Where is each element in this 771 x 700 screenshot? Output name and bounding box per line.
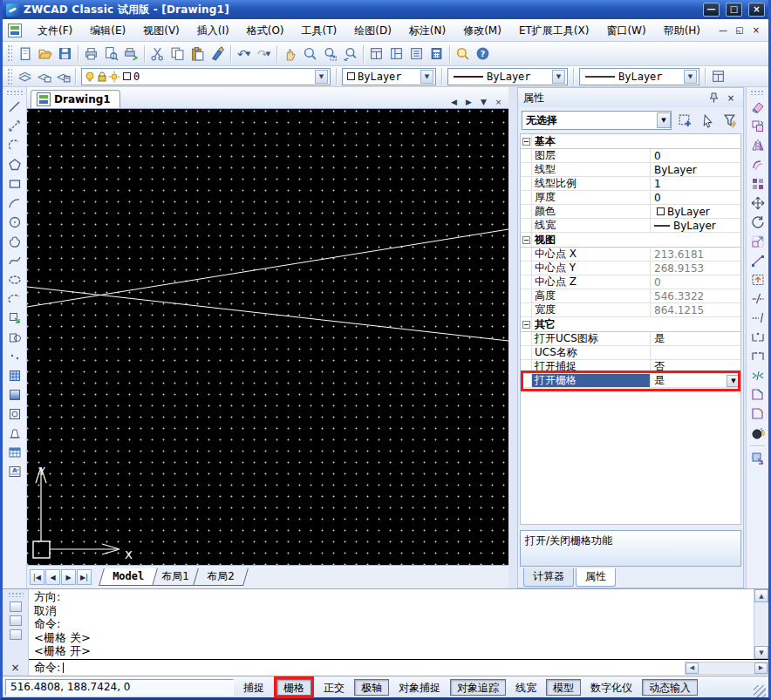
- lengthen-button[interactable]: [748, 270, 768, 289]
- print-preview-button[interactable]: [101, 44, 121, 64]
- menu-window[interactable]: 窗口(W): [597, 21, 654, 40]
- property-row-ucs-name[interactable]: UCS名称: [521, 346, 740, 360]
- chamfer-button[interactable]: [748, 385, 768, 404]
- collapse-icon[interactable]: [522, 321, 530, 329]
- cut-button[interactable]: [147, 44, 167, 64]
- scroll-right-icon[interactable]: ▶: [754, 663, 768, 674]
- extend-button[interactable]: [748, 309, 768, 328]
- status-toggle-tablet[interactable]: 数字化仪: [583, 679, 639, 696]
- property-row-height[interactable]: 高度546.3322: [521, 289, 740, 303]
- scroll-down-icon[interactable]: ▼: [754, 646, 768, 659]
- tab-scroll-right-icon[interactable]: ▶: [462, 95, 475, 108]
- layer-combo[interactable]: 0 ▼: [81, 68, 331, 85]
- ellipse-arc-button[interactable]: [5, 289, 24, 309]
- scroll-left-icon[interactable]: ◀: [686, 663, 699, 674]
- property-row-lineweight[interactable]: 线宽ByLayer: [521, 219, 740, 233]
- layout-first-button[interactable]: |◀: [30, 569, 44, 585]
- insert-block-button[interactable]: [5, 309, 24, 328]
- selection-combo[interactable]: 无选择 ▼: [522, 111, 672, 130]
- break-button[interactable]: [748, 347, 768, 366]
- mdi-restore-button[interactable]: ◱: [733, 24, 747, 37]
- property-group-misc[interactable]: 其它: [521, 317, 740, 332]
- command-dock-icon-1[interactable]: [10, 601, 22, 612]
- scroll-track[interactable]: [699, 663, 754, 674]
- layout-prev-button[interactable]: ◀: [45, 569, 60, 585]
- command-close-icon[interactable]: ×: [10, 663, 19, 673]
- layer-previous-button[interactable]: [34, 68, 53, 85]
- save-button[interactable]: [55, 44, 75, 64]
- menu-help[interactable]: 帮助(H): [655, 21, 709, 40]
- property-row-linetype-scale[interactable]: 线型比例1: [521, 177, 740, 191]
- color-combo[interactable]: ByLayer ▼: [342, 68, 436, 85]
- panel-close-icon[interactable]: ×: [724, 92, 738, 105]
- redo-button[interactable]: ↷▼: [254, 44, 274, 64]
- document-tab-drawing1[interactable]: Drawing1: [31, 90, 120, 108]
- match-properties-button[interactable]: [208, 44, 228, 64]
- print-button[interactable]: [81, 44, 101, 64]
- status-toggle-model[interactable]: 模型: [546, 679, 581, 696]
- zoom-previous-button[interactable]: [340, 44, 360, 64]
- menu-draw[interactable]: 绘图(D): [345, 21, 400, 40]
- properties-palette-button[interactable]: [366, 44, 386, 64]
- status-toggle-dynamic-input[interactable]: 动态输入: [642, 679, 698, 696]
- status-toggle-otrack[interactable]: 对象追踪: [450, 679, 506, 696]
- toolbar-gripper[interactable]: [7, 44, 12, 64]
- tab-close-icon[interactable]: ×: [492, 95, 505, 108]
- selection-combo-arrow[interactable]: ▼: [657, 112, 671, 128]
- status-toggle-lineweight[interactable]: 线宽: [508, 679, 543, 696]
- calculator-button[interactable]: [426, 44, 447, 64]
- circle-button[interactable]: [5, 213, 24, 232]
- tab-scroll-left-icon[interactable]: ◀: [447, 95, 461, 108]
- line-button[interactable]: [5, 98, 24, 117]
- properties-toggle-button[interactable]: [708, 68, 727, 85]
- property-row-grid-on[interactable]: 打开栅格是▼: [521, 374, 740, 388]
- ellipse-button[interactable]: [5, 270, 24, 289]
- property-row-thickness[interactable]: 厚度0: [521, 191, 740, 205]
- move-button[interactable]: [748, 194, 768, 213]
- polyline-button[interactable]: [5, 136, 24, 155]
- pin-icon[interactable]: [706, 92, 720, 105]
- layer-states-button[interactable]: [53, 68, 72, 85]
- edit-polyline-button[interactable]: [748, 449, 768, 468]
- revision-cloud-button[interactable]: [5, 232, 24, 251]
- property-row-color[interactable]: 颜色ByLayer: [521, 205, 740, 219]
- tab-list-icon[interactable]: ▼: [477, 95, 490, 108]
- wipeout-button[interactable]: [5, 424, 24, 443]
- linetype-combo[interactable]: ByLayer ▼: [447, 68, 568, 85]
- command-horizontal-scrollbar[interactable]: ◀ ▶: [685, 662, 768, 675]
- polygon-button[interactable]: [5, 155, 24, 174]
- toolbar-gripper[interactable]: [750, 90, 766, 95]
- collapse-icon[interactable]: [522, 138, 530, 146]
- toolbar-gripper[interactable]: [6, 90, 23, 95]
- property-row-width[interactable]: 宽度864.1215: [521, 303, 740, 317]
- construction-line-button[interactable]: [5, 117, 24, 136]
- property-row-center-z[interactable]: 中心点 Z0: [521, 275, 740, 289]
- mdi-minimize-button[interactable]: —: [716, 24, 730, 37]
- command-prompt[interactable]: 命令:: [34, 660, 60, 676]
- plot-button[interactable]: [121, 44, 141, 64]
- undo-button[interactable]: ↶▼: [234, 44, 254, 64]
- paste-button[interactable]: [188, 44, 208, 64]
- lineweight-combo-arrow[interactable]: ▼: [684, 70, 697, 84]
- explode-button[interactable]: [748, 424, 768, 443]
- new-button[interactable]: [15, 44, 35, 64]
- undo-dropdown-icon[interactable]: ▼: [246, 51, 250, 58]
- toggle-pickadd-button[interactable]: [720, 112, 740, 130]
- redo-dropdown-icon[interactable]: ▼: [266, 51, 270, 58]
- mdi-close-button[interactable]: ×: [749, 24, 763, 37]
- tab-calculator[interactable]: 计算器: [523, 568, 574, 587]
- break-at-point-button[interactable]: [748, 328, 768, 347]
- point-button[interactable]: [5, 347, 24, 366]
- layer-combo-arrow[interactable]: ▼: [315, 70, 328, 84]
- command-gripper[interactable]: [8, 592, 24, 597]
- status-toggle-snap[interactable]: 捕捉: [236, 679, 271, 696]
- erase-button[interactable]: [748, 98, 768, 117]
- arc-button[interactable]: [5, 194, 24, 213]
- quick-select-button[interactable]: [675, 112, 694, 130]
- command-vertical-scrollbar[interactable]: ▲ ▼: [754, 589, 768, 659]
- help-button[interactable]: ?: [473, 44, 493, 64]
- command-dock-icon-3[interactable]: [10, 629, 22, 640]
- menu-view[interactable]: 视图(V): [134, 21, 188, 40]
- menu-dimension[interactable]: 标注(N): [400, 21, 454, 40]
- command-dock-icon-2[interactable]: [10, 615, 22, 626]
